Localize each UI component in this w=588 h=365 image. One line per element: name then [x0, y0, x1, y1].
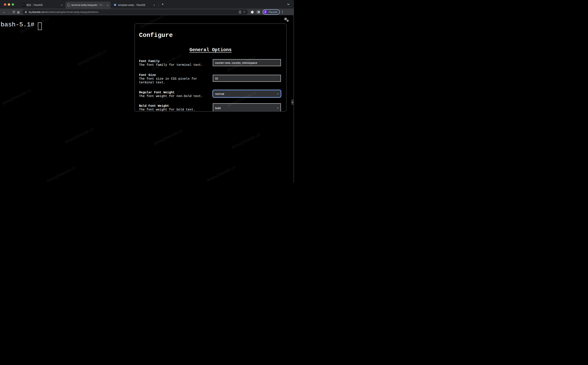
panel-title: Configure	[139, 32, 173, 39]
back-button[interactable]: ←	[2, 10, 7, 14]
settings-gears-icon[interactable]	[284, 18, 289, 22]
browser-chrome: <t> 项目 - TitanIDE × >_ terminal-wetty-bw…	[0, 0, 294, 15]
setting-row-font-family: Font Family The font family for terminal…	[139, 60, 281, 67]
setting-description: The font size in CSS pixels for terminal…	[139, 77, 209, 84]
profile-badge[interactable]: J Paused	[263, 9, 280, 15]
selected-value: normal	[215, 92, 277, 95]
layers-icon: </>	[113, 4, 117, 7]
reload-button[interactable]	[11, 10, 16, 14]
tab-title: terminal-wetty-bwqryafz - Tita	[71, 4, 105, 7]
setting-row-regular-font-weight: Regular Font Weight The font weight for …	[139, 90, 281, 98]
side-panel-icon	[257, 10, 260, 14]
tab-strip: <t> 项目 - TitanIDE × >_ terminal-wetty-bw…	[0, 0, 294, 9]
regular-font-weight-select[interactable]: normal	[213, 90, 281, 97]
code-tag-icon: <t>	[22, 4, 25, 7]
tab-divider	[158, 4, 159, 7]
setting-label: Regular Font Weight	[139, 91, 209, 94]
home-icon	[17, 11, 20, 14]
avatar: J	[263, 10, 267, 14]
lock-icon	[25, 11, 27, 13]
terminal-cursor	[38, 22, 42, 30]
minimize-window-button[interactable]	[8, 3, 10, 6]
tab-title: 项目 - TitanIDE	[26, 4, 59, 7]
section-heading: General Options	[135, 47, 286, 53]
right-edge-divider	[294, 15, 294, 182]
zoom-window-button[interactable]	[12, 3, 14, 6]
url-host: try.titanide.cn	[29, 11, 44, 14]
setting-row-font-size: Font Size The font size in CSS pixels fo…	[139, 73, 281, 84]
svg-text:</>: </>	[114, 4, 116, 5]
forward-button[interactable]: →	[7, 10, 11, 14]
reload-icon	[12, 11, 15, 14]
setting-description: The font family for terminal text.	[139, 63, 209, 67]
tab-search-chevron-down-icon[interactable]	[287, 3, 289, 5]
terminal-page: bash-5.1# Configure General Options Font…	[0, 15, 294, 182]
url-path: /ide/web/coding/terminal-wetty-bwqryafz/…	[44, 11, 98, 14]
close-icon[interactable]: ×	[60, 4, 63, 7]
close-icon[interactable]: ×	[106, 4, 109, 7]
tab-terminal-wetty[interactable]: >_ terminal-wetty-bwqryafz - Tita ×	[65, 1, 111, 9]
setting-row-bold-font-weight: Bold Font Weight The font weight for bol…	[139, 103, 281, 112]
new-tab-button[interactable]: +	[160, 2, 165, 7]
chevron-left-icon	[292, 101, 294, 103]
setting-description: The font weight for non-bold text.	[139, 94, 209, 98]
terminal-prompt: bash-5.1#	[0, 21, 34, 28]
setting-label: Bold Font Weight	[139, 104, 209, 108]
url-text: try.titanide.cn/ide/web/coding/terminal-…	[29, 11, 237, 14]
terminal-icon: >_	[67, 4, 70, 7]
bold-font-weight-select[interactable]: bold	[213, 103, 281, 112]
tab-template-wetty[interactable]: </> template-wetty - TitanIDE ×	[112, 1, 157, 9]
chevron-down-icon	[277, 107, 279, 109]
chevron-down-icon	[277, 92, 279, 94]
browser-toolbar: ← → try.titanide.cn/ide/web/coding/termi…	[0, 9, 294, 15]
selected-value: bold	[215, 106, 277, 110]
tab-title: template-wetty - TitanIDE	[118, 4, 152, 7]
font-family-input[interactable]	[213, 59, 281, 66]
address-bar[interactable]: try.titanide.cn/ide/web/coding/terminal-…	[22, 9, 248, 15]
setting-description: The font weight for bold text.	[139, 108, 209, 112]
browser-menu-button[interactable]	[282, 10, 283, 14]
font-size-input[interactable]	[213, 75, 281, 82]
home-button[interactable]	[16, 10, 21, 14]
profile-status-label: Paused	[269, 11, 277, 14]
puzzle-icon	[251, 10, 254, 14]
side-panel-button[interactable]	[257, 10, 260, 14]
share-icon[interactable]	[238, 10, 241, 14]
tab-project[interactable]: <t> 项目 - TitanIDE ×	[20, 1, 65, 9]
setting-label: Font Family	[139, 60, 209, 63]
close-icon[interactable]: ×	[153, 4, 156, 7]
bookmark-star-icon[interactable]: ☆	[243, 10, 245, 14]
sidebar-collapse-handle[interactable]	[291, 99, 294, 105]
setting-label: Font Size	[139, 73, 209, 77]
traffic-lights	[4, 3, 14, 6]
extensions-button[interactable]	[251, 10, 254, 14]
configure-panel: Configure General Options Font Family Th…	[134, 23, 287, 112]
close-window-button[interactable]	[4, 3, 6, 6]
